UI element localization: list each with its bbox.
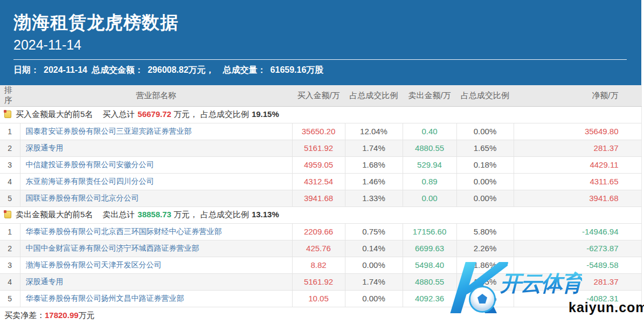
sell-amount: 4880.55 bbox=[403, 140, 456, 156]
net-amount: 281.37 bbox=[514, 140, 641, 156]
broker-name[interactable]: 国联证券股份有限公司北京分公司 bbox=[20, 190, 292, 206]
section-header-cell: 卖出金额最大的前5名卖出总计38858.73万元，占总成交比例13.13% bbox=[0, 206, 641, 223]
net-amount: 4311.65 bbox=[514, 173, 641, 190]
sell-amount: 4092.36 bbox=[403, 290, 456, 307]
buy-ratio: 1.74% bbox=[345, 140, 403, 156]
buy-amount: 3941.68 bbox=[292, 190, 345, 206]
rank-cell: 1 bbox=[0, 223, 20, 240]
table-row: 4东亚前海证券有限责任公司四川分公司4312.541.46%0.890.00%4… bbox=[0, 173, 641, 190]
column-header-buy-amount: 买入金额/万 bbox=[292, 85, 345, 106]
sell-amount: 4880.55 bbox=[403, 273, 456, 290]
net-diff-value: 17820.99 bbox=[45, 311, 79, 320]
note-icon bbox=[4, 211, 11, 218]
broker-name[interactable]: 深股通专用 bbox=[20, 273, 292, 290]
broker-name[interactable]: 华泰证券股份有限公司北京西三环国际财经中心证券营业部 bbox=[20, 223, 292, 240]
buy-ratio: 0.00% bbox=[345, 290, 403, 307]
buy-ratio: 1.74% bbox=[345, 273, 403, 290]
section-ratio-label: 占总成交比例 bbox=[200, 109, 249, 119]
section-total-label: 买入总计 bbox=[102, 109, 135, 119]
page-date: 2024-11-14 bbox=[0, 35, 641, 53]
buy-ratio: 12.04% bbox=[345, 123, 403, 140]
buy-ratio: 1.33% bbox=[345, 190, 403, 206]
summary-volume: 61659.16万股 bbox=[271, 65, 324, 74]
sell-amount: 0.89 bbox=[403, 173, 456, 190]
column-header-buy-ratio: 占总成交比例 bbox=[345, 85, 403, 106]
rank-cell: 5 bbox=[0, 290, 20, 307]
net-amount: -4082.31 bbox=[514, 290, 641, 307]
rank-cell: 1 bbox=[0, 123, 20, 140]
sell-ratio: 0.18% bbox=[456, 156, 514, 173]
rank-cell: 4 bbox=[0, 273, 20, 290]
buy-amount: 4959.05 bbox=[292, 156, 345, 173]
broker-name[interactable]: 中信建投证券股份有限公司安徽分公司 bbox=[20, 156, 292, 173]
report-header: 渤海租赁龙虎榜数据 2024-11-14 日期：2024-11-14总成交金额：… bbox=[0, 0, 641, 85]
sell-ratio: 0.00% bbox=[456, 190, 514, 206]
buy-ratio: 0.14% bbox=[345, 240, 403, 257]
buy-ratio: 1.68% bbox=[345, 156, 403, 173]
broker-name[interactable]: 华泰证券股份有限公司扬州文昌中路证券营业部 bbox=[20, 290, 292, 307]
buy-amount: 4312.54 bbox=[292, 173, 345, 190]
section-ratio-value: 19.15% bbox=[252, 109, 279, 119]
buy-amount: 425.76 bbox=[292, 240, 345, 257]
buy-amount: 8.82 bbox=[292, 257, 345, 273]
table-row: 5国联证券股份有限公司北京分公司3941.681.33%0.000.00%394… bbox=[0, 190, 641, 206]
summary-turnover: 296008.82万元， bbox=[148, 65, 214, 74]
buy-ratio: 1.46% bbox=[345, 173, 403, 190]
buy-amount: 5161.92 bbox=[292, 273, 345, 290]
net-diff-label: 买卖净差： bbox=[4, 311, 45, 320]
rank-cell: 3 bbox=[0, 257, 20, 273]
buy-amount: 2209.66 bbox=[292, 223, 345, 240]
buy-amount: 10.05 bbox=[292, 290, 345, 307]
net-diff-unit: 万元 bbox=[79, 311, 95, 320]
table-row: 3中信建投证券股份有限公司安徽分公司4959.051.68%529.940.18… bbox=[0, 156, 641, 173]
sell-ratio: 5.80% bbox=[456, 223, 514, 240]
summary-bar: 日期：2024-11-14总成交金额：296008.82万元，总成交量：6165… bbox=[0, 60, 641, 76]
summary-date: 2024-11-14 bbox=[44, 65, 87, 74]
broker-name[interactable]: 东亚前海证券有限责任公司四川分公司 bbox=[20, 173, 292, 190]
summary-volume-label: 总成交量： bbox=[223, 65, 266, 74]
sell-ratio: 0.00% bbox=[456, 123, 514, 140]
net-amount: 35649.80 bbox=[514, 123, 641, 140]
table-row: 2深股通专用5161.921.74%4880.551.65%281.37 bbox=[0, 140, 641, 156]
section-total-value: 38858.73 bbox=[137, 210, 171, 219]
section-label: 买入金额最大的前5名 bbox=[16, 109, 93, 119]
page-title: 渤海租赁龙虎榜数据 bbox=[0, 0, 641, 35]
sell-ratio: 1.86% bbox=[456, 257, 514, 273]
rank-cell: 3 bbox=[0, 156, 20, 173]
broker-name[interactable]: 中国中金财富证券有限公司济宁环城西路证券营业部 bbox=[20, 240, 292, 257]
sell-amount: 17156.60 bbox=[403, 223, 456, 240]
net-amount: -14946.94 bbox=[514, 223, 641, 240]
column-header-sell-amount: 卖出金额/万 bbox=[403, 85, 456, 106]
sell-amount: 0.00 bbox=[403, 190, 456, 206]
net-amount: 4429.11 bbox=[514, 156, 641, 173]
broker-name[interactable]: 渤海证券股份有限公司天津开发区分公司 bbox=[20, 257, 292, 273]
section-total-value: 56679.72 bbox=[137, 109, 171, 119]
sell-ratio: 1.65% bbox=[456, 140, 514, 156]
sell-ratio: 1.65% bbox=[456, 273, 514, 290]
table-row: 4深股通专用5161.921.74%4880.551.65%281.37 bbox=[0, 273, 641, 290]
section-total-label: 卖出总计 bbox=[102, 210, 135, 219]
net-amount: -5489.58 bbox=[514, 257, 641, 273]
column-header-net: 净额/万 bbox=[514, 85, 641, 106]
section-ratio-value: 13.13% bbox=[252, 210, 279, 219]
broker-name[interactable]: 深股通专用 bbox=[20, 140, 292, 156]
summary-turnover-label: 总成交金额： bbox=[92, 65, 143, 74]
lhb-report-page: 渤海租赁龙虎榜数据 2024-11-14 日期：2024-11-14总成交金额：… bbox=[0, 0, 641, 324]
sell-amount: 5498.40 bbox=[403, 257, 456, 273]
section-ratio-label: 占总成交比例 bbox=[200, 210, 249, 219]
table-body: 买入金额最大的前5名买入总计56679.72万元，占总成交比例19.15%1国泰… bbox=[0, 106, 641, 307]
table-row: 2中国中金财富证券有限公司济宁环城西路证券营业部425.760.14%6699.… bbox=[0, 240, 641, 257]
table-row: 5华泰证券股份有限公司扬州文昌中路证券营业部10.050.00%4092.361… bbox=[0, 290, 641, 307]
sell-amount: 6699.63 bbox=[403, 240, 456, 257]
buy-amount: 5161.92 bbox=[292, 140, 345, 156]
table-header-row: 排序 营业部名称 买入金额/万 占总成交比例 卖出金额/万 占总成交比例 净额/… bbox=[0, 85, 641, 106]
table-row: 1华泰证券股份有限公司北京西三环国际财经中心证券营业部2209.660.75%1… bbox=[0, 223, 641, 240]
section-header-row: 卖出金额最大的前5名卖出总计38858.73万元，占总成交比例13.13% bbox=[0, 206, 641, 223]
column-header-sell-ratio: 占总成交比例 bbox=[456, 85, 514, 106]
lhb-table: 排序 营业部名称 买入金额/万 占总成交比例 卖出金额/万 占总成交比例 净额/… bbox=[0, 85, 642, 307]
net-amount: 3941.68 bbox=[514, 190, 641, 206]
buy-amount: 35650.20 bbox=[292, 123, 345, 140]
net-amount: -6273.87 bbox=[514, 240, 641, 257]
broker-name[interactable]: 国泰君安证券股份有限公司三亚迎宾路证券营业部 bbox=[20, 123, 292, 140]
rank-cell: 2 bbox=[0, 140, 20, 156]
